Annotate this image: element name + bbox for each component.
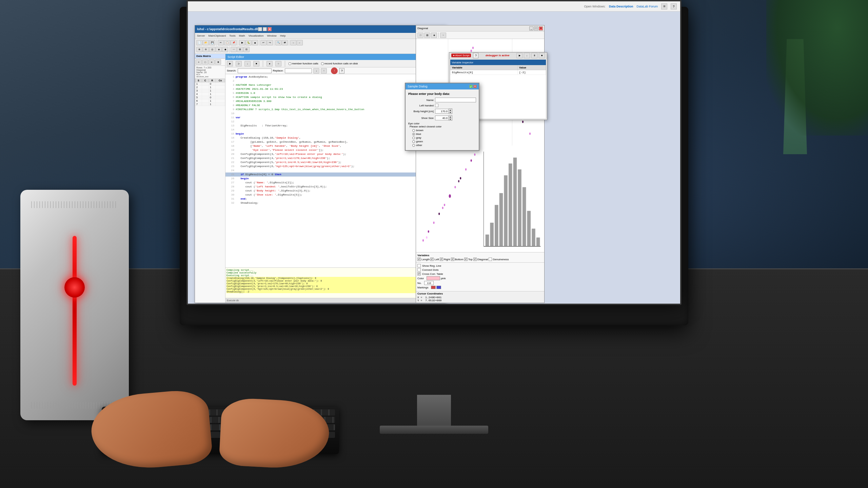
- menu-server[interactable]: Server: [197, 34, 205, 37]
- color-other[interactable]: other: [412, 144, 476, 147]
- viz-tb-1[interactable]: □: [417, 33, 423, 38]
- dm-btn-3[interactable]: ≡: [209, 59, 215, 65]
- color-blue[interactable]: blue: [412, 133, 476, 136]
- replace-input[interactable]: [285, 68, 312, 73]
- cb-top[interactable]: ✓: [464, 258, 468, 261]
- search-input[interactable]: [238, 68, 272, 73]
- radio-other[interactable]: [412, 144, 415, 147]
- debug-help-btn[interactable]: ?: [473, 53, 478, 58]
- menu-main-clipboard[interactable]: MainClipboard: [209, 34, 226, 37]
- st-stop[interactable]: ■: [253, 61, 259, 66]
- viz-tb-2[interactable]: ▤: [424, 33, 430, 38]
- tb-copy[interactable]: 📋: [224, 40, 230, 45]
- tb-2-1[interactable]: ⊕: [196, 47, 202, 52]
- st-step[interactable]: ↓: [244, 61, 251, 66]
- radio-blue[interactable]: [412, 133, 415, 136]
- cb-bottom[interactable]: ✓: [451, 258, 454, 261]
- dm-btn-4[interactable]: ◈: [215, 59, 221, 65]
- dlg-close-btn[interactable]: ✕: [473, 85, 477, 88]
- tb-debug[interactable]: 🐛: [245, 40, 252, 45]
- tb-indent[interactable]: →: [290, 40, 296, 45]
- search-next-btn[interactable]: ↓: [313, 68, 319, 74]
- debug-stop[interactable]: ■: [539, 53, 545, 58]
- dm-btn-2[interactable]: □: [202, 59, 208, 65]
- color-brown[interactable]: brown: [412, 129, 476, 132]
- tb-paste[interactable]: 📌: [231, 40, 237, 45]
- data-description-link[interactable]: Data Description: [609, 5, 633, 8]
- tb-stop[interactable]: ■: [252, 40, 258, 45]
- cb-diagonal[interactable]: ✓: [473, 258, 477, 261]
- tb-outdent[interactable]: ←: [297, 40, 303, 45]
- tb-2-6[interactable]: ⋯: [231, 47, 237, 52]
- cb-member-functions[interactable]: [289, 62, 291, 65]
- tb-new[interactable]: 📄: [196, 40, 202, 45]
- radio-brown[interactable]: [412, 129, 415, 132]
- height-up-btn[interactable]: ▲: [449, 109, 452, 111]
- ide-close-btn[interactable]: ✕: [268, 27, 272, 31]
- menu-help[interactable]: Help: [280, 34, 285, 37]
- shoe-down-btn[interactable]: ▼: [449, 118, 452, 120]
- color-swatch-pink[interactable]: [427, 276, 440, 280]
- tb-find[interactable]: 🔍: [275, 40, 281, 45]
- cb-record-functions[interactable]: [321, 62, 324, 65]
- tb-run[interactable]: ▶: [239, 40, 245, 45]
- st-run[interactable]: ▶: [227, 61, 233, 66]
- height-down-btn[interactable]: ▼: [449, 111, 452, 114]
- shoe-size-input[interactable]: [435, 116, 449, 120]
- st-debug-run[interactable]: ▷: [236, 61, 242, 66]
- dlg-ok-check[interactable]: ✓: [469, 85, 473, 88]
- menu-visualization[interactable]: Visualization: [249, 34, 264, 37]
- ide-maximize-btn[interactable]: □: [263, 27, 267, 31]
- debug-pause[interactable]: ⏸: [531, 53, 537, 58]
- show-reg-line-cb[interactable]: [417, 264, 421, 267]
- cb-genuineness[interactable]: [489, 258, 492, 261]
- cb-length[interactable]: ✓: [417, 258, 421, 261]
- shoe-up-btn[interactable]: ▲: [449, 116, 452, 118]
- viz-tb-3[interactable]: ◈: [431, 33, 437, 38]
- tb-2-8[interactable]: ⊟: [243, 47, 250, 52]
- marking-color-2[interactable]: [436, 286, 441, 289]
- script-help-btn[interactable]: ?: [339, 68, 344, 74]
- help-button[interactable]: ?: [671, 3, 677, 9]
- radio-green[interactable]: [412, 140, 415, 143]
- tb-2-3[interactable]: ◎: [209, 47, 215, 52]
- tb-2-2[interactable]: ⊖: [203, 47, 209, 52]
- body-height-input[interactable]: [435, 109, 449, 114]
- grid-view-button[interactable]: ⊞: [661, 3, 667, 9]
- menu-math[interactable]: Math: [239, 34, 245, 37]
- tb-redo[interactable]: ↪: [267, 40, 273, 45]
- connect-dots-cb[interactable]: [417, 268, 421, 271]
- color-gray[interactable]: gray: [412, 136, 476, 139]
- abort-script-button[interactable]: ● Abort Script: [451, 54, 471, 57]
- left-handed-checkbox[interactable]: [435, 104, 438, 107]
- cross-corr-cb[interactable]: ✓: [417, 272, 421, 276]
- color-green[interactable]: green: [412, 140, 476, 143]
- tb-replace[interactable]: ⇄: [282, 40, 288, 45]
- viz-tb-4[interactable]: →: [440, 33, 446, 38]
- marking-color-1[interactable]: [431, 286, 436, 289]
- menu-window[interactable]: Window: [267, 34, 276, 37]
- tb-2-7[interactable]: ⊞: [237, 47, 243, 52]
- name-input[interactable]: [435, 98, 476, 102]
- debug-step[interactable]: ▶: [516, 53, 522, 58]
- no-input[interactable]: [424, 281, 434, 285]
- cb-right[interactable]: ✓: [440, 258, 443, 261]
- search-prev-btn[interactable]: ↑: [321, 68, 327, 74]
- viz-maximize[interactable]: □: [534, 26, 538, 30]
- st-bp[interactable]: ●: [267, 61, 273, 66]
- tb-2-4[interactable]: ◈: [216, 47, 222, 52]
- ide-minimize-btn[interactable]: _: [258, 27, 262, 31]
- tb-undo[interactable]: ↩: [260, 40, 267, 45]
- radio-gray[interactable]: [412, 137, 415, 139]
- st-clear-bp[interactable]: ○: [275, 61, 281, 66]
- datalab-forum-link[interactable]: DataLab Forum: [636, 5, 658, 8]
- tb-2-5[interactable]: ◆: [222, 47, 228, 52]
- cb-left[interactable]: ✓: [430, 258, 434, 261]
- tb-save[interactable]: 💾: [209, 40, 215, 45]
- dm-add-form[interactable]: +: [196, 59, 202, 65]
- debug-step2[interactable]: ↓: [524, 53, 530, 58]
- tb-open[interactable]: 📂: [203, 40, 209, 45]
- tb-cut[interactable]: ✂: [218, 40, 224, 45]
- viz-close[interactable]: ✕: [539, 26, 543, 30]
- menu-tools[interactable]: Tools: [229, 34, 236, 37]
